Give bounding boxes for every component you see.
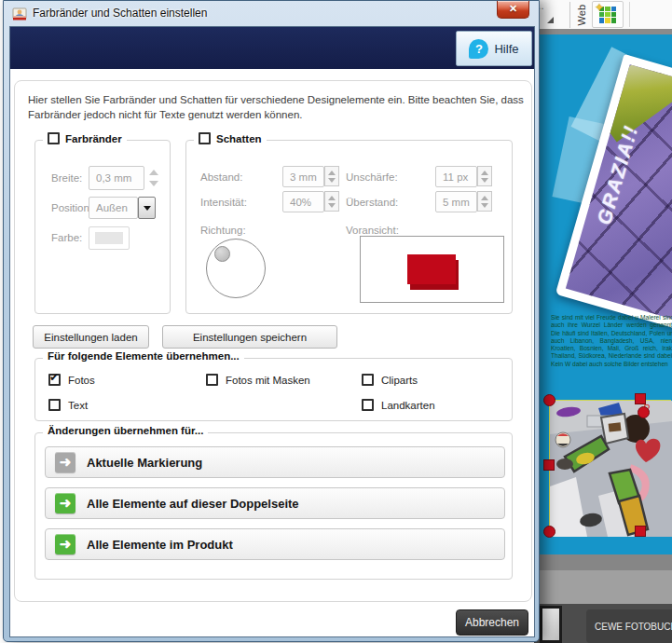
elements-group: Für folgende Elemente übernehmen... Foto… <box>34 358 513 421</box>
shadow-direction-dial[interactable] <box>206 239 266 298</box>
star-icon: ✦ <box>595 1 604 14</box>
selection-handle-bottom-left[interactable] <box>543 526 555 538</box>
selection-handle-left[interactable] <box>543 459 555 471</box>
toolbar-separator <box>629 2 630 27</box>
page-paragraph[interactable]: Sie sind mit viel Freude dabei u Malerei… <box>551 314 672 400</box>
chevron-down-icon <box>144 206 151 211</box>
background-app: ‥ Web ✦ GRAZIA!! <box>534 0 672 643</box>
spin-down-icon[interactable] <box>481 203 488 208</box>
toolbar-web-tab[interactable]: Web <box>569 2 587 28</box>
position-dropdown-button[interactable] <box>138 197 156 219</box>
unschaerfe-field[interactable]: 11 px <box>435 166 477 187</box>
farbe-swatch-button[interactable] <box>89 226 130 250</box>
status-bar-dark <box>534 554 672 570</box>
checkbox-row-cliparts[interactable]: Cliparts <box>362 374 418 386</box>
farbe-label: Farbe: <box>51 232 82 243</box>
fotos-mit-masken-checkbox[interactable] <box>206 374 218 386</box>
product-label: CEWE FOTOBUCH <box>595 622 672 632</box>
pavement-art-image: R <box>550 401 672 537</box>
selection-handle-bottom[interactable] <box>635 526 646 537</box>
cliparts-label: Cliparts <box>381 375 418 386</box>
spin-up-icon[interactable] <box>149 170 158 175</box>
album-page-canvas[interactable]: GRAZIA!! Sie sind mit viel Freude dabei … <box>534 34 672 554</box>
abstand-spinner[interactable] <box>324 166 339 186</box>
product-panel[interactable]: CEWE FOTOBUCH <box>586 609 672 643</box>
spin-up-icon[interactable] <box>481 171 488 175</box>
checkbox-row-fotos-masken[interactable]: Fotos mit Masken <box>206 374 310 386</box>
close-button[interactable]: ✕ <box>497 1 529 19</box>
text-label: Text <box>68 400 88 411</box>
dial-knob[interactable] <box>214 246 230 262</box>
elements-legend: Für folgende Elemente übernehmen... <box>48 350 240 362</box>
breite-spinner[interactable] <box>149 167 160 189</box>
spin-down-icon[interactable] <box>481 178 488 183</box>
intensitaet-spinner[interactable] <box>324 191 339 212</box>
selected-image[interactable]: R <box>549 400 671 536</box>
fotos-mit-masken-label: Fotos mit Masken <box>226 375 310 386</box>
shadow-preview <box>360 236 504 303</box>
apply-doublepage-button[interactable]: ➜ Alle Elemente auf dieser Doppelseite <box>45 487 505 519</box>
fotos-checkbox[interactable] <box>48 374 61 386</box>
save-settings-button[interactable]: Einstellungen speichern <box>162 325 337 349</box>
help-button[interactable]: ? Hilfe <box>456 31 532 66</box>
spin-up-icon[interactable] <box>481 196 488 200</box>
schatten-legend: Schatten <box>216 133 262 144</box>
screen: ‥ Web ✦ GRAZIA!! <box>0 0 672 643</box>
checkbox-row-text[interactable]: Text <box>48 399 88 411</box>
load-settings-button[interactable]: Einstellungen laden <box>33 325 149 349</box>
ueberstand-spinner[interactable] <box>477 191 492 212</box>
ueberstand-field[interactable]: 5 mm <box>435 191 477 212</box>
selection-rotate-handle[interactable] <box>638 406 650 418</box>
spin-up-icon[interactable] <box>328 171 336 175</box>
breite-field[interactable]: 0,3 mm <box>89 166 144 190</box>
title-bar[interactable]: Farbränder und Schatten einstellen ✕ <box>4 1 539 26</box>
background-toolbar: ‥ Web ✦ <box>534 0 672 29</box>
selection-handle-top-left[interactable] <box>543 394 555 406</box>
farbraender-legend: Farbränder <box>65 133 122 144</box>
intensitaet-field[interactable]: 40% <box>282 191 324 212</box>
breite-label: Breite: <box>51 172 82 184</box>
status-bar-light <box>534 570 672 604</box>
color-grid-icon: ✦ <box>599 7 616 23</box>
cancel-button[interactable]: Abbrechen <box>456 609 528 636</box>
intro-text: Hier stellen Sie Farbränder und Schatten… <box>28 92 524 122</box>
farbraender-group: Farbränder Breite: 0,3 mm Position: Auße… <box>34 140 171 314</box>
position-dropdown-value[interactable]: Außen <box>89 197 138 219</box>
main-panel: Hier stellen Sie Farbränder und Schatten… <box>14 80 532 602</box>
checkbox-row-landkarten[interactable]: Landkarten <box>362 399 435 411</box>
fotos-label: Fotos <box>68 375 95 386</box>
apply-group: Änderungen übernehmen für... ➜ Aktuelle … <box>34 432 513 580</box>
calendar-grid-button[interactable]: ✦ <box>592 1 624 28</box>
landkarten-checkbox[interactable] <box>362 399 374 411</box>
selection-handle-top[interactable] <box>635 393 646 404</box>
farbraender-checkbox[interactable] <box>48 132 60 144</box>
schatten-group: Schatten Abstand: 3 mm Unschärfe: 11 px … <box>185 140 513 314</box>
landkarten-label: Landkarten <box>381 400 435 411</box>
spin-down-icon[interactable] <box>328 178 336 183</box>
abstand-field[interactable]: 3 mm <box>282 166 324 187</box>
apply-current-label: Aktuelle Markierung <box>87 456 202 470</box>
schatten-checkbox[interactable] <box>199 132 211 144</box>
apply-product-button[interactable]: ➜ Alle Elemente im Produkt <box>45 528 505 560</box>
window-title: Farbränder und Schatten einstellen <box>33 7 207 20</box>
spin-down-icon[interactable] <box>328 203 336 208</box>
dialog-window: Farbränder und Schatten einstellen ✕ ? H… <box>3 0 540 642</box>
help-icon: ? <box>469 39 488 59</box>
spin-up-icon[interactable] <box>328 196 336 200</box>
text-checkbox[interactable] <box>48 399 61 411</box>
checkbox-row-fotos[interactable]: Fotos <box>48 374 95 386</box>
apply-current-selection-button[interactable]: ➜ Aktuelle Markierung <box>45 446 505 478</box>
voransicht-label: Voransicht: <box>346 225 399 236</box>
unschaerfe-spinner[interactable] <box>477 166 492 186</box>
unschaerfe-label: Unschärfe: <box>346 171 398 183</box>
apply-legend: Änderungen übernehmen für... <box>48 425 203 436</box>
cliparts-checkbox[interactable] <box>362 374 374 386</box>
web-label: Web <box>576 5 587 25</box>
photobook-icon <box>12 7 27 21</box>
close-icon: ✕ <box>509 3 517 14</box>
richtung-label: Richtung: <box>200 225 246 236</box>
page-thumbnail[interactable] <box>540 606 562 643</box>
dialog-body: ? Hilfe Hier stellen Sie Farbränder und … <box>9 26 535 637</box>
bottom-panel: CEWE FOTOBUCH <box>534 604 672 643</box>
spin-down-icon[interactable] <box>149 181 158 186</box>
